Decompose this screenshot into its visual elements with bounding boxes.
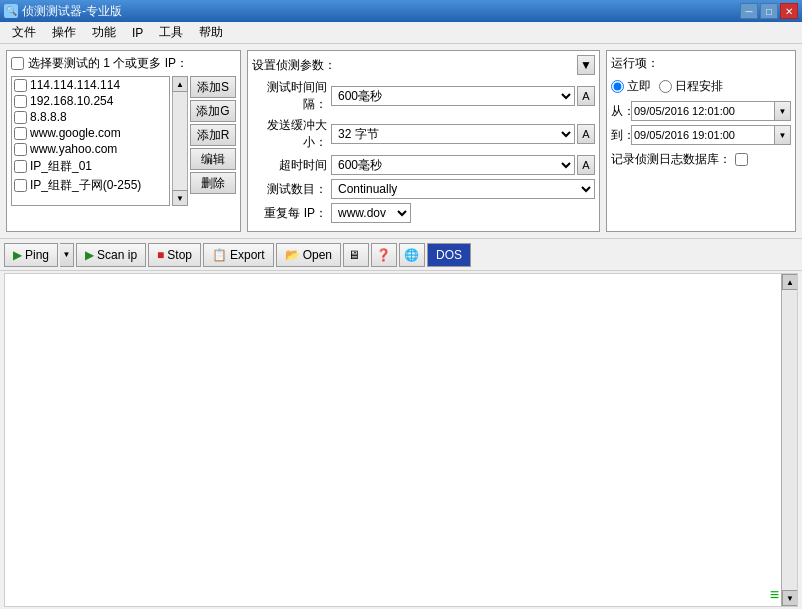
output-scroll-down[interactable]: ▼: [782, 590, 798, 606]
stop-icon: ■: [157, 248, 164, 262]
scan-icon: ▶: [85, 248, 94, 262]
app-title: 侦测测试器-专业版: [22, 3, 122, 20]
app-icon: 🔍: [4, 4, 18, 18]
run-options-title: 运行项：: [611, 56, 659, 70]
param-select-interval[interactable]: 600毫秒: [331, 86, 575, 106]
ping-icon: ▶: [13, 248, 22, 262]
icon-btn-2[interactable]: ❓: [371, 243, 397, 267]
open-label: Open: [303, 248, 332, 262]
param-a-btn-buffer[interactable]: A: [577, 124, 595, 144]
log-checkbox[interactable]: [735, 153, 748, 166]
from-date-input[interactable]: [631, 101, 775, 121]
params-title: 设置侦测参数：: [252, 57, 336, 74]
list-item[interactable]: 192.168.10.254: [12, 93, 169, 109]
log-label: 记录侦测日志数据库：: [611, 151, 731, 168]
param-row-timeout: 超时时间 600毫秒 A: [252, 155, 595, 175]
param-label-repeat: 重复每 IP：: [252, 205, 327, 222]
help-icon: ❓: [376, 248, 391, 262]
log-row: 记录侦测日志数据库：: [611, 151, 791, 168]
param-row-repeat: 重复每 IP： www.dov: [252, 203, 595, 223]
param-row-buffer: 发送缓冲大小： 32 字节 A: [252, 117, 595, 151]
output-scroll-up[interactable]: ▲: [782, 274, 798, 290]
output-area[interactable]: ▲ ▼ ≡: [4, 273, 798, 607]
param-select-buffer[interactable]: 32 字节: [331, 124, 575, 144]
from-row: 从： ▼: [611, 101, 791, 121]
open-button[interactable]: 📂 Open: [276, 243, 341, 267]
menu-bar: 文件 操作 功能 IP 工具 帮助: [0, 22, 802, 44]
radio-schedule-label: 日程安排: [675, 78, 723, 95]
list-item[interactable]: 114.114.114.114: [12, 77, 169, 93]
param-select-count[interactable]: Continually: [331, 179, 595, 199]
radio-immediate-label: 立即: [627, 78, 651, 95]
scroll-up-button[interactable]: ▲: [172, 76, 188, 92]
menu-help[interactable]: 帮助: [191, 22, 231, 43]
edit-button[interactable]: 编辑: [190, 148, 236, 170]
ping-label: Ping: [25, 248, 49, 262]
param-label-buffer: 发送缓冲大小：: [252, 117, 327, 151]
run-mode-radio-group: 立即 日程安排: [611, 78, 791, 95]
toolbar: ▶ Ping ▼ ▶ Scan ip ■ Stop 📋 Export 📂 Ope…: [0, 239, 802, 271]
to-date-dropdown[interactable]: ▼: [775, 125, 791, 145]
radio-immediate[interactable]: 立即: [611, 78, 651, 95]
delete-button[interactable]: 删除: [190, 172, 236, 194]
close-button[interactable]: ✕: [780, 3, 798, 19]
radio-schedule[interactable]: 日程安排: [659, 78, 723, 95]
open-icon: 📂: [285, 248, 300, 262]
scroll-down-button[interactable]: ▼: [172, 190, 188, 206]
params-dropdown-arrow[interactable]: ▼: [577, 55, 595, 75]
export-button[interactable]: 📋 Export: [203, 243, 274, 267]
param-row-interval: 测试时间间隔： 600毫秒 A: [252, 79, 595, 113]
icon-btn-1[interactable]: 🖥: [343, 243, 369, 267]
scroll-track: [172, 92, 188, 190]
run-options-panel: 运行项： 立即 日程安排 从： ▼ 到： ▼: [606, 50, 796, 232]
ip-action-buttons: 添加S 添加G 添加R 编辑 删除: [190, 76, 236, 206]
select-all-checkbox[interactable]: [11, 57, 24, 70]
minimize-button[interactable]: ─: [740, 3, 758, 19]
ip-list[interactable]: 114.114.114.114 192.168.10.254 8.8.8.8 w…: [11, 76, 170, 206]
ip-list-scrollbar: ▲ ▼: [172, 76, 188, 206]
list-item[interactable]: 8.8.8.8: [12, 109, 169, 125]
scroll-track-area: [782, 290, 797, 590]
top-section: 选择要测试的 1 个或更多 IP： 114.114.114.114 192.16…: [0, 44, 802, 239]
list-item[interactable]: www.google.com: [12, 125, 169, 141]
param-select-timeout[interactable]: 600毫秒: [331, 155, 575, 175]
list-item[interactable]: www.yahoo.com: [12, 141, 169, 157]
icon-btn-3[interactable]: 🌐: [399, 243, 425, 267]
maximize-button[interactable]: □: [760, 3, 778, 19]
to-row: 到： ▼: [611, 125, 791, 145]
param-select-repeat[interactable]: www.dov: [331, 203, 411, 223]
param-label-interval: 测试时间间隔：: [252, 79, 327, 113]
from-label: 从：: [611, 103, 631, 120]
param-label-timeout: 超时时间: [252, 157, 327, 174]
add-s-button[interactable]: 添加S: [190, 76, 236, 98]
param-row-count: 测试数目： Continually: [252, 179, 595, 199]
dos-button[interactable]: DOS: [427, 243, 471, 267]
ip-list-title: 选择要测试的 1 个或更多 IP：: [28, 55, 188, 72]
ping-button[interactable]: ▶ Ping: [4, 243, 58, 267]
menu-tools[interactable]: 工具: [151, 22, 191, 43]
export-icon: 📋: [212, 248, 227, 262]
param-label-count: 测试数目：: [252, 181, 327, 198]
title-bar: 🔍 侦测测试器-专业版 ─ □ ✕: [0, 0, 802, 22]
menu-operate[interactable]: 操作: [44, 22, 84, 43]
scan-ip-button[interactable]: ▶ Scan ip: [76, 243, 146, 267]
from-date-dropdown[interactable]: ▼: [775, 101, 791, 121]
globe-icon: 🌐: [404, 248, 419, 262]
stop-button[interactable]: ■ Stop: [148, 243, 201, 267]
menu-function[interactable]: 功能: [84, 22, 124, 43]
ping-dropdown[interactable]: ▼: [60, 243, 74, 267]
param-a-btn-interval[interactable]: A: [577, 86, 595, 106]
menu-ip[interactable]: IP: [124, 24, 151, 42]
list-item[interactable]: IP_组群_子网(0-255): [12, 176, 169, 195]
output-scrollbar[interactable]: ▲ ▼: [781, 274, 797, 606]
scan-label: Scan ip: [97, 248, 137, 262]
list-item[interactable]: IP_组群_01: [12, 157, 169, 176]
export-label: Export: [230, 248, 265, 262]
params-panel: 设置侦测参数： ▼ 测试时间间隔： 600毫秒 A 发送缓冲大小： 32 字节 …: [247, 50, 600, 232]
param-a-btn-timeout[interactable]: A: [577, 155, 595, 175]
to-date-input[interactable]: [631, 125, 775, 145]
ip-list-panel: 选择要测试的 1 个或更多 IP： 114.114.114.114 192.16…: [6, 50, 241, 232]
add-g-button[interactable]: 添加G: [190, 100, 236, 122]
add-r-button[interactable]: 添加R: [190, 124, 236, 146]
menu-file[interactable]: 文件: [4, 22, 44, 43]
